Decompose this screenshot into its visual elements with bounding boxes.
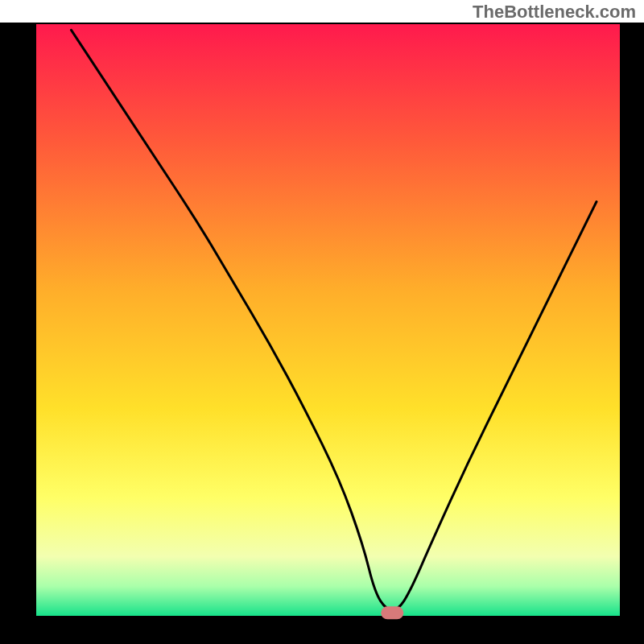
plot-background xyxy=(36,24,620,616)
bottleneck-chart xyxy=(0,0,644,644)
svg-rect-0 xyxy=(0,23,644,24)
chart-container: TheBottleneck.com xyxy=(0,0,644,644)
optimal-marker xyxy=(381,606,403,619)
watermark-text: TheBottleneck.com xyxy=(473,2,636,23)
